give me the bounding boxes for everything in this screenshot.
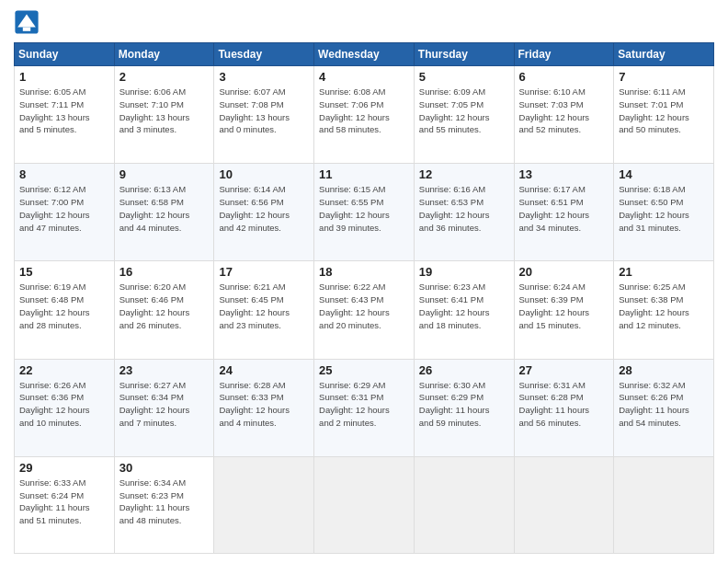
day-number: 5: [419, 70, 509, 84]
day-info: Sunrise: 6:24 AMSunset: 6:39 PMDaylight:…: [519, 281, 609, 331]
day-number: 22: [19, 363, 109, 377]
day-info: Sunrise: 6:06 AMSunset: 7:10 PMDaylight:…: [119, 86, 210, 136]
calendar-cell: [214, 456, 314, 553]
day-number: 11: [319, 167, 409, 181]
calendar-cell: 5Sunrise: 6:09 AMSunset: 7:05 PMDaylight…: [414, 66, 514, 164]
calendar-week-3: 15Sunrise: 6:19 AMSunset: 6:48 PMDayligh…: [15, 261, 714, 359]
day-info: Sunrise: 6:10 AMSunset: 7:03 PMDaylight:…: [519, 86, 609, 136]
calendar-week-2: 8Sunrise: 6:12 AMSunset: 7:00 PMDaylight…: [15, 164, 714, 261]
day-number: 24: [219, 363, 309, 377]
day-info: Sunrise: 6:08 AMSunset: 7:06 PMDaylight:…: [319, 86, 409, 136]
day-number: 19: [419, 265, 509, 279]
calendar-cell: 11Sunrise: 6:15 AMSunset: 6:55 PMDayligh…: [314, 164, 415, 261]
day-number: 10: [219, 167, 309, 181]
day-number: 4: [319, 70, 409, 84]
day-info: Sunrise: 6:32 AMSunset: 6:26 PMDaylight:…: [619, 379, 709, 430]
day-number: 17: [219, 265, 309, 279]
calendar-cell: 29Sunrise: 6:33 AMSunset: 6:24 PMDayligh…: [15, 456, 115, 553]
day-number: 7: [619, 70, 709, 84]
calendar-cell: 26Sunrise: 6:30 AMSunset: 6:29 PMDayligh…: [414, 359, 514, 456]
calendar-cell: 21Sunrise: 6:25 AMSunset: 6:38 PMDayligh…: [614, 261, 714, 359]
day-info: Sunrise: 6:28 AMSunset: 6:33 PMDaylight:…: [219, 379, 309, 430]
day-number: 13: [519, 167, 609, 181]
day-number: 30: [119, 461, 210, 475]
calendar-cell: 2Sunrise: 6:06 AMSunset: 7:10 PMDaylight…: [114, 66, 214, 164]
day-info: Sunrise: 6:20 AMSunset: 6:46 PMDaylight:…: [119, 281, 210, 331]
day-info: Sunrise: 6:07 AMSunset: 7:08 PMDaylight:…: [219, 86, 309, 136]
calendar-cell: 7Sunrise: 6:11 AMSunset: 7:01 PMDaylight…: [614, 66, 714, 164]
day-info: Sunrise: 6:21 AMSunset: 6:45 PMDaylight:…: [219, 281, 309, 331]
calendar-header-row: SundayMondayTuesdayWednesdayThursdayFrid…: [15, 43, 714, 66]
calendar-cell: 27Sunrise: 6:31 AMSunset: 6:28 PMDayligh…: [514, 359, 614, 456]
day-number: 14: [619, 167, 709, 181]
calendar-cell: 1Sunrise: 6:05 AMSunset: 7:11 PMDaylight…: [15, 66, 115, 164]
logo: [14, 9, 43, 35]
day-number: 12: [419, 167, 509, 181]
logo-icon: [14, 9, 40, 35]
day-info: Sunrise: 6:09 AMSunset: 7:05 PMDaylight:…: [419, 86, 509, 136]
calendar: SundayMondayTuesdayWednesdayThursdayFrid…: [14, 42, 714, 554]
day-number: 2: [119, 70, 210, 84]
day-info: Sunrise: 6:33 AMSunset: 6:24 PMDaylight:…: [19, 477, 109, 527]
day-number: 29: [19, 461, 109, 475]
day-info: Sunrise: 6:14 AMSunset: 6:56 PMDaylight:…: [219, 183, 309, 234]
day-number: 18: [319, 265, 409, 279]
calendar-cell: 4Sunrise: 6:08 AMSunset: 7:06 PMDaylight…: [314, 66, 415, 164]
calendar-cell: 19Sunrise: 6:23 AMSunset: 6:41 PMDayligh…: [414, 261, 514, 359]
weekday-header-friday: Friday: [514, 43, 614, 66]
weekday-header-saturday: Saturday: [614, 43, 714, 66]
day-number: 27: [519, 363, 609, 377]
header: [14, 9, 714, 35]
calendar-cell: 25Sunrise: 6:29 AMSunset: 6:31 PMDayligh…: [314, 359, 415, 456]
calendar-cell: [614, 456, 714, 553]
calendar-week-4: 22Sunrise: 6:26 AMSunset: 6:36 PMDayligh…: [15, 359, 714, 456]
day-info: Sunrise: 6:31 AMSunset: 6:28 PMDaylight:…: [519, 379, 609, 430]
day-number: 8: [19, 167, 109, 181]
calendar-cell: 20Sunrise: 6:24 AMSunset: 6:39 PMDayligh…: [514, 261, 614, 359]
calendar-cell: 14Sunrise: 6:18 AMSunset: 6:50 PMDayligh…: [614, 164, 714, 261]
calendar-cell: 28Sunrise: 6:32 AMSunset: 6:26 PMDayligh…: [614, 359, 714, 456]
day-info: Sunrise: 6:16 AMSunset: 6:53 PMDaylight:…: [419, 183, 509, 234]
calendar-cell: 9Sunrise: 6:13 AMSunset: 6:58 PMDaylight…: [114, 164, 214, 261]
page: SundayMondayTuesdayWednesdayThursdayFrid…: [0, 0, 728, 563]
calendar-cell: 3Sunrise: 6:07 AMSunset: 7:08 PMDaylight…: [214, 66, 314, 164]
day-number: 26: [419, 363, 509, 377]
day-info: Sunrise: 6:19 AMSunset: 6:48 PMDaylight:…: [19, 281, 109, 331]
calendar-cell: [314, 456, 415, 553]
calendar-week-5: 29Sunrise: 6:33 AMSunset: 6:24 PMDayligh…: [15, 456, 714, 553]
calendar-cell: 8Sunrise: 6:12 AMSunset: 7:00 PMDaylight…: [15, 164, 115, 261]
day-number: 21: [619, 265, 709, 279]
weekday-header-sunday: Sunday: [15, 43, 115, 66]
weekday-header-wednesday: Wednesday: [314, 43, 415, 66]
calendar-cell: [414, 456, 514, 553]
day-number: 6: [519, 70, 609, 84]
day-info: Sunrise: 6:15 AMSunset: 6:55 PMDaylight:…: [319, 183, 409, 234]
weekday-header-tuesday: Tuesday: [214, 43, 314, 66]
calendar-cell: 16Sunrise: 6:20 AMSunset: 6:46 PMDayligh…: [114, 261, 214, 359]
day-number: 15: [19, 265, 109, 279]
calendar-cell: 12Sunrise: 6:16 AMSunset: 6:53 PMDayligh…: [414, 164, 514, 261]
day-info: Sunrise: 6:29 AMSunset: 6:31 PMDaylight:…: [319, 379, 409, 430]
calendar-cell: 30Sunrise: 6:34 AMSunset: 6:23 PMDayligh…: [114, 456, 214, 553]
day-number: 20: [519, 265, 609, 279]
day-number: 28: [619, 363, 709, 377]
calendar-cell: 17Sunrise: 6:21 AMSunset: 6:45 PMDayligh…: [214, 261, 314, 359]
day-info: Sunrise: 6:18 AMSunset: 6:50 PMDaylight:…: [619, 183, 709, 234]
calendar-cell: 18Sunrise: 6:22 AMSunset: 6:43 PMDayligh…: [314, 261, 415, 359]
day-number: 16: [119, 265, 210, 279]
calendar-cell: 23Sunrise: 6:27 AMSunset: 6:34 PMDayligh…: [114, 359, 214, 456]
weekday-header-monday: Monday: [114, 43, 214, 66]
day-info: Sunrise: 6:13 AMSunset: 6:58 PMDaylight:…: [119, 183, 210, 234]
svg-rect-2: [23, 28, 30, 31]
day-number: 9: [119, 167, 210, 181]
day-info: Sunrise: 6:17 AMSunset: 6:51 PMDaylight:…: [519, 183, 609, 234]
weekday-header-thursday: Thursday: [414, 43, 514, 66]
day-info: Sunrise: 6:05 AMSunset: 7:11 PMDaylight:…: [19, 86, 109, 136]
calendar-cell: 15Sunrise: 6:19 AMSunset: 6:48 PMDayligh…: [15, 261, 115, 359]
day-info: Sunrise: 6:34 AMSunset: 6:23 PMDaylight:…: [119, 477, 210, 527]
day-info: Sunrise: 6:30 AMSunset: 6:29 PMDaylight:…: [419, 379, 509, 430]
day-info: Sunrise: 6:23 AMSunset: 6:41 PMDaylight:…: [419, 281, 509, 331]
calendar-cell: 22Sunrise: 6:26 AMSunset: 6:36 PMDayligh…: [15, 359, 115, 456]
day-info: Sunrise: 6:12 AMSunset: 7:00 PMDaylight:…: [19, 183, 109, 234]
day-number: 3: [219, 70, 309, 84]
